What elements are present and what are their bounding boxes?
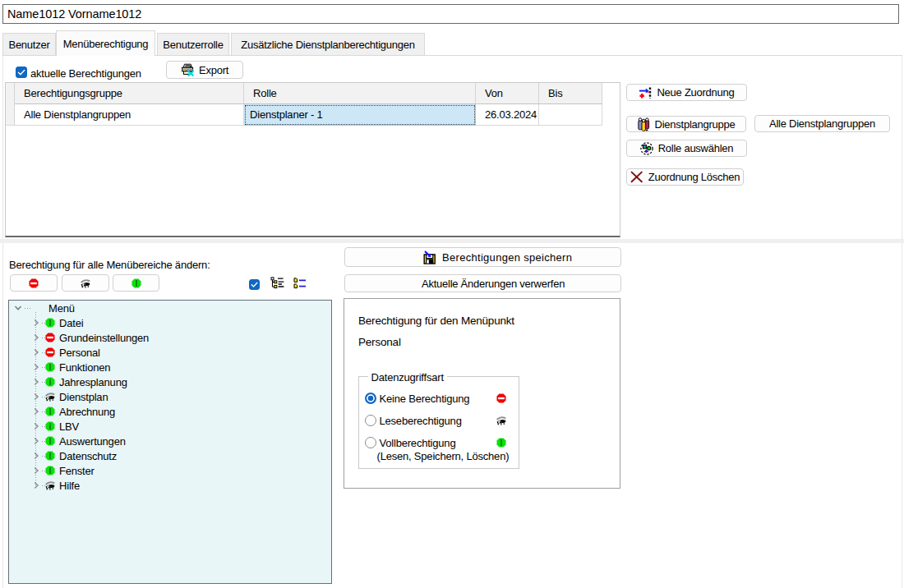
tree-item[interactable]: Grundeinstellungen — [32, 330, 149, 345]
radio-label: Keine Berechtigung — [380, 393, 470, 405]
check-icon — [250, 280, 259, 289]
full-permission-icon — [496, 438, 506, 448]
alle-dienstplangruppen-button[interactable]: Alle Dienstplangruppen — [754, 115, 890, 132]
splitter[interactable] — [0, 239, 904, 243]
new-assignment-label: Neue Zuordnung — [657, 86, 734, 99]
tree-item-label: Abrechnung — [59, 406, 115, 418]
assignments-table: Berechtigungsgruppe Rolle Von Bis Alle D… — [5, 82, 620, 237]
radio-leseberechtigung[interactable]: Leseberechtigung — [365, 414, 462, 427]
tree-connector — [42, 382, 47, 383]
check-icon — [16, 67, 26, 77]
pane-left-border — [2, 56, 3, 588]
set-all-full-button[interactable] — [113, 274, 159, 292]
tree-root[interactable]: Menü — [48, 301, 75, 315]
tab-benutzerrolle[interactable]: Benutzerrolle — [157, 33, 229, 56]
printer-export-icon — [181, 63, 195, 77]
tree-connector — [25, 308, 31, 309]
chevron-right-icon[interactable] — [32, 363, 40, 371]
column-header-von[interactable]: Von — [476, 83, 539, 104]
tree-root-label: Menü — [48, 302, 75, 315]
dienstplangruppe-label: Dienstplangruppe — [655, 118, 736, 131]
chevron-right-icon[interactable] — [32, 481, 40, 489]
table-cell-gruppe[interactable]: Alle Dienstplangruppen — [15, 104, 244, 126]
row-selector-cell[interactable] — [6, 104, 15, 126]
tab-menueberechtigung[interactable]: Menüberechtigung — [56, 30, 155, 56]
tree-option-checkbox[interactable] — [249, 279, 260, 290]
selected-menu-item: Personal — [358, 336, 401, 348]
table-cell-rolle-selected[interactable]: Dienstplaner - 1 — [244, 104, 476, 126]
tree-item-label: Auswertungen — [59, 435, 126, 448]
new-assignment-button[interactable]: Neue Zuordnung — [626, 84, 747, 101]
tree-connector — [42, 441, 47, 442]
chevron-right-icon[interactable] — [32, 437, 40, 445]
radio-label: Vollberechtigung — [380, 437, 456, 449]
chevron-right-icon[interactable] — [32, 452, 40, 460]
chevron-right-icon[interactable] — [32, 378, 40, 386]
table-cell-bis[interactable] — [539, 104, 602, 126]
radio-icon[interactable] — [365, 415, 376, 426]
set-all-read-button[interactable] — [62, 274, 109, 292]
chevron-right-icon[interactable] — [32, 319, 40, 327]
tree-view-icon[interactable] — [270, 277, 285, 289]
tree-item-label: Grundeinstellungen — [59, 332, 149, 344]
tab-benutzer[interactable]: Benutzer — [2, 33, 56, 56]
tree-item[interactable]: LBV — [32, 419, 79, 434]
group-icon — [638, 117, 650, 131]
person-name-input[interactable] — [2, 4, 899, 24]
no-permission-icon — [29, 278, 39, 288]
zuordnung-loeschen-button[interactable]: Zuordnung Löschen — [626, 168, 744, 186]
table-cell-von[interactable]: 26.03.2024 — [476, 104, 539, 126]
tab-zusaetzliche-dienstplanberechtigungen[interactable]: Zusätzliche Dienstplanberechtigungen — [231, 33, 425, 56]
chevron-down-icon[interactable] — [14, 304, 22, 312]
read-permission-icon — [81, 278, 90, 288]
pane-right-border — [902, 56, 902, 588]
application-window: Benutzer Menüberechtigung Benutzerrolle … — [0, 0, 904, 588]
radio-keine-berechtigung[interactable]: Keine Berechtigung — [365, 392, 470, 405]
tree-connector — [42, 485, 47, 486]
new-assignment-icon — [639, 86, 652, 99]
list-view-icon[interactable] — [293, 278, 307, 289]
tree-item-label: Dienstplan — [59, 391, 108, 403]
rolle-auswaehlen-label: Rolle auswählen — [658, 142, 734, 154]
tree-item-label: Jahresplanung — [59, 376, 127, 388]
save-permissions-label: Berechtigungen speichern — [442, 251, 572, 264]
tree-connector — [42, 426, 47, 427]
rolle-auswaehlen-button[interactable]: Rolle auswählen — [626, 140, 747, 157]
tree-item[interactable]: Datei — [32, 315, 83, 330]
menu-tree: Menü Datei Grundeinstellungen — [8, 300, 332, 584]
tree-connector — [42, 397, 47, 397]
bulk-change-label: Berechtigung für alle Menübereiche änder… — [9, 259, 210, 271]
dienstplangruppe-button[interactable]: Dienstplangruppe — [626, 116, 746, 132]
data-access-legend: Datenzugriffsart — [368, 371, 447, 384]
chevron-right-icon[interactable] — [32, 333, 40, 342]
tree-connector — [42, 411, 47, 412]
tree-item-label: Funktionen — [59, 361, 110, 374]
tree-connector — [42, 456, 47, 457]
radio-vollberechtigung[interactable]: Vollberechtigung — [365, 436, 456, 449]
export-button[interactable]: Export — [166, 61, 243, 79]
chevron-right-icon[interactable] — [32, 348, 40, 356]
discard-changes-button[interactable]: Aktuelle Änderungen verwerfen — [344, 274, 621, 292]
chevron-right-icon[interactable] — [32, 407, 40, 416]
column-header-berechtigungsgruppe[interactable]: Berechtigungsgruppe — [15, 83, 244, 104]
column-header-rolle[interactable]: Rolle — [244, 83, 476, 104]
tree-item[interactable]: Hilfe — [32, 478, 80, 493]
chevron-right-icon[interactable] — [32, 466, 40, 475]
set-all-none-button[interactable] — [10, 274, 58, 292]
tree-item-label: LBV — [59, 420, 79, 433]
tree-item-label: Datenschutz — [59, 450, 117, 462]
delete-x-icon — [630, 171, 643, 183]
chevron-right-icon[interactable] — [32, 393, 40, 401]
alle-dienstplangruppen-label: Alle Dienstplangruppen — [769, 117, 875, 130]
tree-item-label: Hilfe — [59, 480, 80, 492]
current-permissions-checkbox[interactable] — [16, 67, 27, 78]
column-header-bis[interactable]: Bis — [539, 83, 602, 104]
chevron-right-icon[interactable] — [32, 422, 40, 430]
radio-icon[interactable] — [365, 393, 376, 404]
current-permissions-label: aktuelle Berechtigungen — [30, 67, 141, 80]
radio-icon[interactable] — [365, 437, 376, 448]
full-permission-icon — [131, 278, 141, 288]
save-permissions-button[interactable]: Berechtigungen speichern — [344, 247, 621, 267]
tree-connector — [42, 338, 47, 338]
tree-item-label: Datei — [59, 317, 83, 329]
